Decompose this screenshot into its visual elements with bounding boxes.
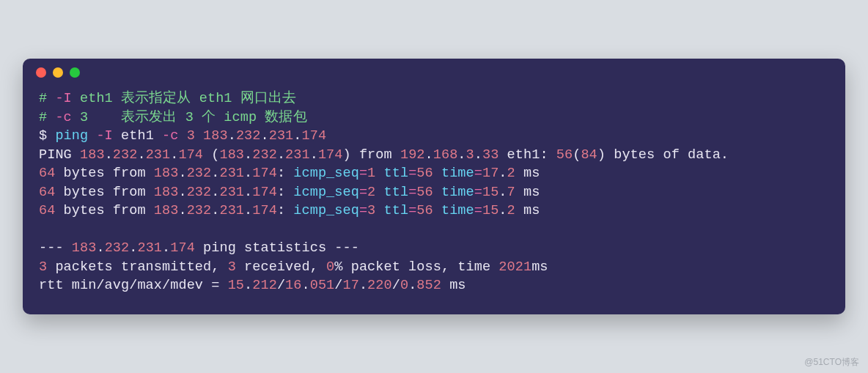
command-flag: -c	[162, 128, 178, 144]
rtt-max: 17	[343, 278, 359, 293]
from-label: from	[351, 147, 400, 163]
ip-octet: 174	[252, 185, 277, 200]
ip-octet: 183	[80, 147, 105, 163]
ip-octet: 33	[482, 147, 499, 163]
comment-text: 网口出去	[232, 91, 297, 106]
ip-octet: 232	[252, 147, 277, 163]
size-value: 84	[581, 147, 597, 163]
shell-prompt: $	[39, 128, 47, 144]
icmp-seq-key: icmp_seq	[293, 185, 359, 200]
ip-octet: 231	[219, 203, 244, 218]
comment-text: 表示发出	[88, 110, 185, 125]
terminal-output[interactable]: # -I eth1 表示指定从 eth1 网口出去 # -c 3 表示发出 3 …	[23, 86, 845, 314]
command-name: ping	[55, 128, 88, 144]
comment-hash: #	[39, 110, 47, 125]
tx-value: 3	[39, 259, 47, 275]
stats-dashes: ---	[334, 240, 359, 256]
size-value: 56	[556, 147, 573, 163]
ip-octet: 183	[154, 203, 179, 218]
ttl-value: 56	[416, 203, 433, 218]
stats-dashes: ---	[39, 240, 64, 256]
window-titlebar	[23, 59, 845, 86]
comment-arg: 3	[80, 110, 88, 125]
comment-kw: 3	[185, 110, 194, 125]
bytes-value: 64	[39, 185, 55, 200]
comment-flag: -c	[55, 110, 71, 125]
ip-octet: 232	[113, 147, 138, 163]
command-arg: eth1	[121, 128, 154, 144]
comment-text: 个	[194, 110, 224, 125]
comment-hash: #	[39, 91, 47, 106]
command-flag: -I	[96, 128, 112, 144]
bytes-of-data: bytes of data.	[606, 147, 729, 163]
stats-title: ping statistics	[195, 240, 334, 256]
seq-value: 3	[367, 203, 375, 218]
iface-label: eth1	[507, 147, 540, 163]
close-icon[interactable]	[36, 67, 46, 78]
ip-octet: 232	[187, 185, 212, 200]
ip-octet: 174	[178, 147, 203, 163]
seq-value: 1	[367, 166, 375, 181]
ip-octet: 231	[219, 166, 244, 181]
terminal-window: # -I eth1 表示指定从 eth1 网口出去 # -c 3 表示发出 3 …	[23, 59, 845, 314]
comment-arg: eth1	[80, 91, 113, 106]
ip-octet: 231	[137, 240, 162, 256]
time-value: 17	[482, 166, 499, 181]
ping-label: PING	[39, 147, 72, 163]
rtt-mdev: 0	[400, 278, 408, 293]
ttl-key: ttl	[384, 203, 409, 218]
rx-value: 3	[228, 259, 236, 275]
time-frac: 7	[507, 185, 515, 200]
ip-octet: 231	[269, 128, 294, 144]
watermark-label: @51CTO博客	[804, 356, 859, 369]
ip-octet: 232	[187, 166, 212, 181]
bytes-value: 64	[39, 166, 55, 181]
comment-kw: eth1	[199, 91, 232, 106]
zoom-icon[interactable]	[70, 67, 80, 78]
comment-text: 表示指定从	[113, 91, 199, 106]
ttl-value: 56	[416, 185, 433, 200]
ip-octet: 168	[433, 147, 458, 163]
loss-value: 0	[326, 259, 334, 275]
ip-octet: 183	[219, 147, 244, 163]
minimize-icon[interactable]	[53, 67, 63, 78]
ip-octet: 232	[236, 128, 261, 144]
ttl-key: ttl	[384, 185, 409, 200]
time-frac: 2	[507, 166, 515, 181]
ip-octet: 183	[154, 185, 179, 200]
bytes-value: 64	[39, 203, 55, 218]
seq-value: 2	[367, 185, 375, 200]
ip-octet: 174	[318, 147, 343, 163]
ip-octet: 174	[302, 128, 327, 144]
ip-octet: 183	[154, 166, 179, 181]
ip-octet: 183	[72, 240, 97, 256]
rtt-avg: 16	[285, 278, 301, 293]
comment-kw: icmp	[224, 110, 257, 125]
ip-octet: 174	[170, 240, 195, 256]
icmp-seq-key: icmp_seq	[293, 166, 359, 181]
icmp-seq-key: icmp_seq	[293, 203, 359, 218]
ip-octet: 174	[252, 166, 277, 181]
time-key: time	[441, 203, 474, 218]
time-value: 15	[482, 203, 499, 218]
ttl-value: 56	[416, 166, 433, 181]
time-value: 15	[482, 185, 499, 200]
time-key: time	[441, 166, 474, 181]
time-frac: 2	[507, 203, 515, 218]
ip-octet: 231	[219, 185, 244, 200]
rtt-min: 15	[228, 278, 244, 293]
comment-text: 数据包	[257, 110, 307, 125]
ip-octet: 192	[400, 147, 425, 163]
ttl-key: ttl	[384, 166, 409, 181]
ip-octet: 232	[187, 203, 212, 218]
time-key: time	[441, 185, 474, 200]
command-arg: 3	[187, 128, 195, 144]
ip-octet: 231	[285, 147, 310, 163]
ip-octet: 232	[105, 240, 130, 256]
ip-octet: 231	[146, 147, 171, 163]
ip-octet: 174	[252, 203, 277, 218]
comment-flag: -I	[55, 91, 71, 106]
ip-octet: 183	[203, 128, 228, 144]
elapsed-value: 2021	[499, 259, 532, 275]
rtt-prefix: rtt min/avg/max/mdev =	[39, 278, 228, 293]
